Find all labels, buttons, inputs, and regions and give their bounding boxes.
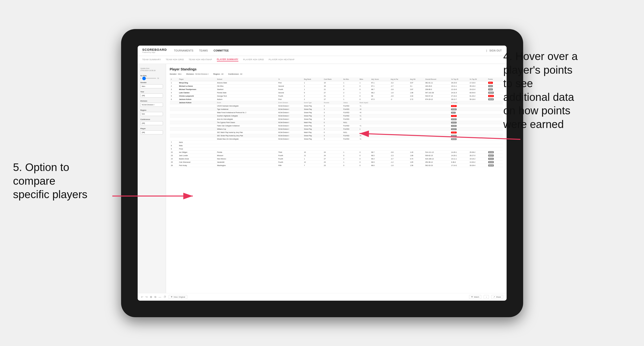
subnav-team-h2h-heatmap[interactable]: TEAM H2H HEATMAP [189,58,212,61]
copy-icon[interactable]: ⧉ [154,296,156,299]
tooltip-type: Stroke Play [303,111,322,114]
sign-out[interactable]: Sign out [489,48,502,53]
sidebar-conference-select[interactable]: (All) [140,121,163,125]
sidebar-player-select[interactable]: (All) [140,130,163,134]
sidebar-year-select[interactable]: (All) [140,94,163,98]
undo-icon[interactable]: ↩ [141,296,143,299]
cell-points[interactable] [487,147,503,151]
watch-button[interactable]: 👁 Watch [469,295,481,299]
cell-num: 2 [170,84,178,88]
nav-bar: SCOREBOARD Powered by clippi TOURNAMENTS… [138,46,506,56]
col-player: Player [178,77,216,81]
cell-reg-rank: 2 [303,98,322,101]
cell-points[interactable]: 68.34 [487,91,503,94]
tooltip-division: NCAA Division I [277,117,303,121]
filter-gender: Gender: Men [170,73,182,75]
tooltip-w-points: 25.50 [450,131,502,134]
sidebar-division-select[interactable]: NCAA Division I [140,103,163,107]
subnav-player-summary[interactable]: PLAYER SUMMARY [217,58,238,61]
cell-vs50: 23-22-0 [468,88,487,91]
tooltip-w-points: 40.7 [450,111,502,114]
cell-conf-rank [322,147,342,151]
cell-points[interactable] [487,141,503,144]
tooltip-event: Southern Highlands Collegiate [216,114,277,117]
tooltip-rounds: 3 [322,104,342,107]
table-row: 25 Cole Sherwood Vanderbilt Fourth 12 23… [170,160,503,164]
cell-points[interactable]: 76.3 [487,84,503,88]
tooltip-division: NCAA Division I [277,114,303,117]
tooltip-w-points: 30.47 [450,127,502,131]
sidebar-gender-select[interactable]: Men [140,84,163,88]
no-rds-slider[interactable] [142,78,156,79]
cell-vs50: 17-23-0 [468,81,487,84]
subnav-team-h2h-grid[interactable]: TEAM H2H GRID [166,58,184,61]
subnav-player-h2h-heatmap[interactable]: PLAYER H2H HEATMAP [269,58,295,61]
redo-icon[interactable]: ↪ [146,296,148,299]
cell-wins [358,147,370,151]
clock-icon[interactable]: ⏱ [164,296,166,298]
tooltip-data-row: SEC Stroke Play hosted by Jerry Pate NCA… [170,134,503,137]
tooltip-type: Stroke Play [303,124,322,127]
annotation-hover: 4. Hover over aplayer's pointsto seeaddi… [503,50,626,131]
cell-reg-rank: 1 [303,81,322,84]
dash-icon[interactable]: — [159,296,161,298]
cell-reg-rank [303,147,322,151]
col-vs25: Vs Top 25 [450,77,468,81]
cell-no-rds: 0 [342,84,358,88]
cell-school [216,147,277,151]
sidebar-region-label: Region [140,109,163,111]
nav-committee[interactable]: COMMITTEE [214,48,229,53]
cell-reg-rank: 1 [303,88,322,91]
tooltip-data-row: Tiger Invitational NCAA Division I Strok… [170,107,503,111]
nav-teams[interactable]: TEAMS [199,48,208,53]
download-icon: ↓ [486,296,487,298]
cell-points[interactable]: 68.2 [487,81,503,84]
cell-school: Georgia Tech [216,94,277,98]
tooltip-type: Stroke Play [303,104,322,107]
cell-reg-rank: 1 [303,84,322,88]
download-button[interactable]: ↓ [484,295,489,299]
table-row: 1 Wenyi Ding Arizona State First 1 15 1 … [170,81,503,84]
cell-points[interactable]: 58.18 [487,98,503,101]
cell-to-par: -2.8 [390,88,409,91]
tooltip-rounds: 3 [322,124,342,127]
cell-points[interactable] [487,144,503,147]
standings-table: # Player School Yr Reg Rank Conf Rank No… [170,77,503,167]
share-button[interactable]: ↗ Share [491,295,503,299]
col-num: # [170,77,178,81]
sidebar-region-select[interactable]: N/A [140,112,163,116]
cell-wins [358,141,370,144]
view-original-button[interactable]: 👁 View: Original [169,295,187,299]
filter-row: Gender: Men Division: NCAA Division I Re… [170,73,503,75]
subnav-player-h2h-grid[interactable]: PLAYER H2H GRID [243,58,264,61]
nav-tournaments[interactable]: TOURNAMENTS [174,48,194,53]
cell-conf-rank [322,141,342,144]
filter-icon[interactable]: ⊞ [150,296,152,299]
cell-record: 674-33-12 [424,98,450,101]
nav-right: | Sign out [486,48,502,53]
cell-points[interactable]: 70.2 [487,88,503,91]
cell-adj-score [370,147,390,151]
cell-vs50 [468,141,487,144]
col-to-par: Avg to Par [390,77,409,81]
cell-adj-score: 68.7 [370,88,390,91]
table-row: 22 Ian Gilligan Florida Third 10 24 1 0 … [170,151,503,154]
tooltip-event: Fallen Oak Collegiate Invitational [216,124,277,127]
table-row: 5 Christo Lamprecht Georgia Tech Fourth … [170,94,503,98]
tooltip-status: NULL [342,131,358,134]
table-row: 2 Michael La Sasso Ole Miss Second 1 18 … [170,84,503,88]
cell-yr [277,147,303,151]
cell-vs25: 29-15-0 [450,81,468,84]
cell-points[interactable]: 60.09 [487,94,503,98]
cell-avg-sg: 2.67 [409,88,424,91]
cell-yr: Fourth [277,88,303,91]
nav-items: TOURNAMENTS TEAMS COMMITTEE [174,48,486,53]
cell-no-rds: 2 [342,94,358,98]
tooltip-w-points: 53.60 [450,107,502,111]
subnav-team-summary[interactable]: TEAM SUMMARY [142,58,161,61]
tooltip-event: SEC Stroke Play hosted by Jerry Pate [216,134,277,137]
cell-school: Florida State [216,91,277,94]
cell-num: 6 [170,98,178,101]
table-row: 24 Bastien Amat New Mexico Fourth 1 27 2… [170,157,503,160]
tooltip-rank-impact: +0 [358,111,450,114]
